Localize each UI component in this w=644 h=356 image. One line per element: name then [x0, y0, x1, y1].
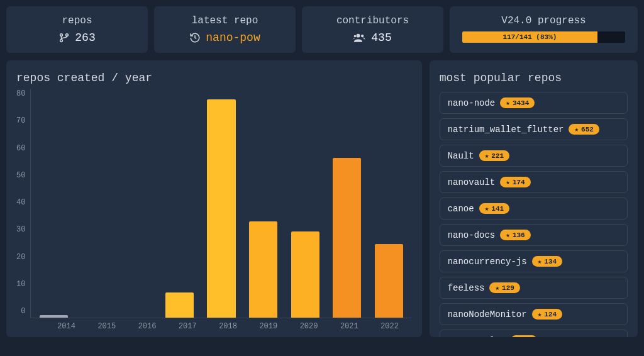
bar-col — [78, 89, 114, 318]
contributors-card: contributors 435 — [302, 6, 443, 53]
progress-card: V24.0 progress 117/141 (83%) — [450, 6, 638, 53]
latest-repo-card: latest repo nano-pow — [154, 6, 296, 53]
chart-card: repos created / year 01020304050607080 2… — [6, 60, 422, 337]
star-count: 141 — [491, 205, 504, 213]
bar[interactable] — [40, 315, 68, 318]
svg-point-5 — [354, 35, 357, 38]
progress-bar: 117/141 (83%) — [462, 31, 625, 43]
y-tick: 70 — [16, 116, 25, 125]
x-tick: 2019 — [252, 322, 286, 331]
contributors-value: 435 — [371, 31, 391, 44]
repo-row[interactable]: nano-docs★136 — [440, 224, 628, 246]
x-tick: 2018 — [211, 322, 245, 331]
x-tick: 2017 — [170, 322, 204, 331]
stats-row: repos 263 latest repo nano-pow contribut… — [6, 6, 638, 53]
star-count: 83 — [523, 337, 531, 338]
repo-name: natrium_wallet_flutter — [448, 125, 564, 135]
progress-title: V24.0 progress — [462, 15, 625, 26]
y-tick: 20 — [16, 253, 25, 262]
bar-col — [371, 89, 407, 318]
bar[interactable] — [291, 231, 319, 318]
latest-repo-value-row: nano-pow — [167, 31, 283, 44]
star-icon: ★ — [485, 204, 489, 213]
bar-col — [204, 89, 240, 318]
star-icon: ★ — [506, 178, 510, 186]
repo-name: nano-node — [448, 98, 496, 108]
popular-repos-card: most popular repos nano-node★3434natrium… — [430, 60, 638, 337]
repo-row[interactable]: natrium_wallet_flutter★652 — [440, 118, 628, 140]
repo-name: feeless — [448, 283, 485, 293]
star-badge: ★221 — [479, 150, 509, 161]
x-tick: 2014 — [49, 322, 83, 331]
bar[interactable] — [333, 158, 361, 318]
svg-point-4 — [361, 35, 364, 37]
repo-row[interactable]: nano-node★3434 — [440, 92, 628, 114]
repo-row[interactable]: Nault★221 — [440, 145, 628, 167]
repo-name: canoe — [448, 204, 474, 214]
bar[interactable] — [165, 292, 194, 318]
star-icon: ★ — [506, 99, 510, 107]
bar-col — [287, 89, 323, 318]
y-tick: 50 — [16, 171, 25, 180]
star-badge: ★124 — [532, 309, 562, 320]
latest-repo-link[interactable]: nano-pow — [206, 31, 260, 44]
chart-title: repos created / year — [16, 72, 412, 84]
repo-row[interactable]: canoe★141 — [440, 197, 628, 220]
star-count: 221 — [491, 152, 504, 160]
plot — [30, 89, 411, 318]
star-badge: ★3434 — [500, 97, 535, 108]
contributors-title: contributors — [314, 15, 431, 26]
repo-name: nanovault — [448, 177, 496, 187]
star-icon: ★ — [516, 337, 521, 337]
bar[interactable] — [207, 99, 235, 318]
bar[interactable] — [375, 244, 403, 318]
y-tick: 40 — [16, 198, 25, 207]
star-badge: ★136 — [500, 230, 530, 240]
star-count: 652 — [581, 126, 594, 133]
x-tick: 2016 — [130, 322, 164, 331]
x-tick: 2015 — [90, 322, 124, 331]
progress-fill: 117/141 (83%) — [462, 31, 597, 43]
bar-col — [120, 89, 156, 318]
bar-col — [329, 89, 365, 318]
y-tick: 30 — [16, 225, 25, 234]
x-axis: 201420152016201720182019202020212022 — [30, 318, 411, 331]
bar[interactable] — [249, 221, 277, 318]
history-icon — [189, 32, 201, 43]
repo-name: nano-docs — [448, 230, 496, 240]
star-icon: ★ — [538, 310, 542, 318]
repos-value-row: 263 — [19, 31, 135, 44]
repo-row[interactable]: nanocurrency-js★134 — [440, 250, 628, 272]
repos-card: repos 263 — [6, 6, 148, 53]
repo-row[interactable]: nanoNodeMonitor★124 — [440, 303, 628, 325]
repo-name: nanoNodeMonitor — [448, 309, 527, 320]
x-tick: 2020 — [292, 322, 326, 331]
star-badge: ★174 — [500, 177, 530, 187]
svg-point-1 — [60, 40, 63, 42]
star-count: 174 — [513, 179, 525, 186]
bar-col — [36, 89, 72, 318]
repo-row[interactable]: nanocrawler★83 — [440, 330, 628, 337]
repos-title: repos — [19, 15, 135, 26]
star-count: 124 — [544, 311, 557, 318]
repo-row[interactable]: feeless★129 — [440, 277, 628, 299]
svg-point-0 — [60, 34, 63, 36]
star-badge: ★141 — [479, 203, 509, 214]
users-icon — [353, 32, 366, 43]
star-count: 3434 — [513, 99, 529, 107]
repo-list: nano-node★3434natrium_wallet_flutter★652… — [440, 92, 628, 337]
bar-col — [162, 89, 197, 318]
repo-name: Nault — [448, 151, 474, 161]
y-tick: 0 — [16, 307, 25, 316]
y-tick: 80 — [16, 89, 25, 98]
x-tick: 2022 — [372, 322, 406, 331]
y-axis: 01020304050607080 — [16, 89, 30, 331]
star-icon: ★ — [574, 125, 579, 133]
star-count: 136 — [513, 231, 525, 239]
repo-name: nanocrawler — [448, 336, 506, 338]
x-tick: 2021 — [332, 322, 366, 331]
repo-row[interactable]: nanovault★174 — [440, 171, 628, 193]
repos-value: 263 — [75, 31, 95, 44]
bottom-row: repos created / year 01020304050607080 2… — [6, 60, 638, 337]
y-tick: 10 — [16, 280, 25, 289]
